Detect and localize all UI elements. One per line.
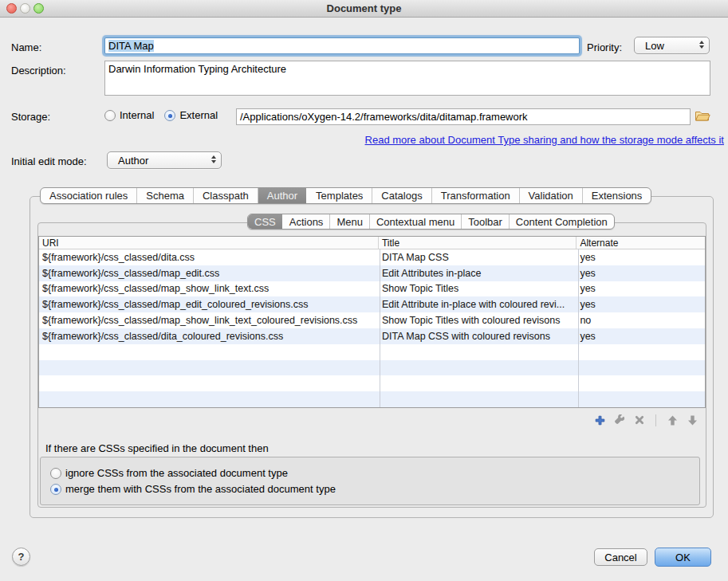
- radio-icon: [164, 110, 175, 121]
- priority-label: Priority:: [587, 41, 622, 53]
- table-row[interactable]: [39, 375, 705, 391]
- table-cell: ${framework}/css_classed/dita.css: [39, 249, 379, 265]
- table-cell: [576, 344, 705, 360]
- name-input[interactable]: DITA Map: [104, 37, 580, 54]
- table-cell: [379, 391, 576, 407]
- cancel-button[interactable]: Cancel: [594, 548, 647, 566]
- tab-catalogs[interactable]: Catalogs: [372, 188, 431, 203]
- storage-label: Storage:: [11, 111, 50, 123]
- storage-path-input[interactable]: /Applications/oXygen-14.2/frameworks/dit…: [236, 108, 691, 125]
- table-cell: ${framework}/css_classed/map_edit.css: [39, 265, 379, 281]
- initial-edit-mode-dropdown[interactable]: Author: [107, 151, 222, 169]
- tab-classpath[interactable]: Classpath: [193, 188, 258, 203]
- column-divider: [578, 249, 579, 407]
- priority-value: Low: [645, 40, 664, 52]
- author-sub-tab-bar: CSSActionsMenuContextual menuToolbarCont…: [247, 214, 615, 230]
- table-row[interactable]: [39, 391, 705, 407]
- table-cell: DITA Map CSS with coloured revisons: [379, 328, 576, 344]
- table-cell: Show Topic Titles: [379, 281, 576, 297]
- table-row[interactable]: ${framework}/css_classed/map_show_link_t…: [39, 281, 705, 297]
- radio-label: merge them with CSSs from the associated…: [65, 483, 336, 495]
- table-row[interactable]: [39, 344, 705, 360]
- browse-folder-button[interactable]: [694, 108, 711, 124]
- table-body: ${framework}/css_classed/dita.cssDITA Ma…: [39, 249, 705, 407]
- css-option-radio-ignore-csss-from-the-associated-document[interactable]: ignore CSSs from the associated document…: [50, 467, 699, 479]
- name-input-selected-text: DITA Map: [108, 40, 154, 52]
- storage-radio-internal[interactable]: Internal: [104, 109, 154, 121]
- tab-toolbar[interactable]: Toolbar: [461, 214, 509, 229]
- table-cell: ${framework}/css_classed/map_show_link_t…: [39, 281, 379, 297]
- plus-icon: [595, 415, 605, 426]
- add-css-button[interactable]: [594, 414, 605, 426]
- table-cell: [39, 375, 379, 391]
- column-header-uri[interactable]: URI: [39, 237, 379, 249]
- table-cell: DITA Map CSS: [379, 249, 576, 265]
- tab-schema[interactable]: Schema: [136, 188, 193, 203]
- table-cell: [39, 344, 379, 360]
- table-cell: [576, 360, 705, 376]
- tab-extensions[interactable]: Extensions: [582, 188, 651, 203]
- storage-radio-external[interactable]: External: [164, 109, 218, 121]
- read-more-link[interactable]: Read more about Document Type sharing an…: [365, 134, 724, 146]
- table-cell: [379, 344, 576, 360]
- table-cell: yes: [576, 265, 705, 281]
- css-table: URITitleAlternate ${framework}/css_class…: [38, 236, 706, 408]
- help-button[interactable]: ?: [12, 548, 30, 566]
- radio-label: Internal: [120, 109, 154, 121]
- tab-author[interactable]: Author: [258, 188, 306, 203]
- table-cell: yes: [576, 328, 705, 344]
- table-row[interactable]: ${framework}/css_classed/map_edit.cssEdi…: [39, 265, 705, 281]
- toolbar-separator: [655, 414, 656, 426]
- priority-dropdown[interactable]: Low: [634, 37, 710, 54]
- table-cell: ${framework}/css_classed/dita_coloured_r…: [39, 328, 379, 344]
- table-row[interactable]: ${framework}/css_classed/dita_coloured_r…: [39, 328, 705, 344]
- radio-icon: [104, 110, 116, 121]
- radio-icon: [50, 484, 61, 495]
- folder-icon: [695, 109, 710, 122]
- table-row[interactable]: ${framework}/css_classed/map_show_link_t…: [39, 312, 705, 328]
- tab-templates[interactable]: Templates: [306, 188, 372, 203]
- storage-radio-group: InternalExternal: [104, 109, 218, 121]
- table-row[interactable]: ${framework}/css_classed/dita.cssDITA Ma…: [39, 249, 705, 265]
- name-label: Name:: [11, 41, 41, 53]
- css-option-radio-merge-them-with-csss-from-the-associated[interactable]: merge them with CSSs from the associated…: [50, 483, 699, 495]
- wrench-icon: [614, 414, 625, 426]
- tab-transformation[interactable]: Transformation: [431, 188, 519, 203]
- tab-contextual-menu[interactable]: Contextual menu: [369, 214, 461, 229]
- table-cell: [576, 391, 705, 407]
- tab-css[interactable]: CSS: [248, 214, 282, 229]
- initial-edit-mode-value: Author: [118, 155, 148, 167]
- move-up-button[interactable]: [667, 414, 678, 426]
- column-header-alternate[interactable]: Alternate: [576, 237, 705, 249]
- arrow-down-icon: [687, 415, 698, 426]
- window-title: Document type: [0, 2, 728, 14]
- tab-actions[interactable]: Actions: [282, 214, 330, 229]
- description-label: Description:: [11, 65, 66, 77]
- table-cell: [39, 360, 379, 376]
- table-cell: yes: [576, 296, 705, 312]
- arrow-up-icon: [667, 415, 678, 426]
- description-input[interactable]: Darwin Information Typing Architecture: [104, 61, 710, 96]
- ok-button[interactable]: OK: [655, 548, 711, 567]
- delete-css-button[interactable]: [634, 414, 645, 426]
- table-cell: [379, 375, 576, 391]
- stepper-arrows-icon: [699, 41, 704, 49]
- column-header-title[interactable]: Title: [379, 237, 576, 249]
- move-down-button[interactable]: [687, 414, 698, 426]
- css-options-label: If there are CSSs specified in the docum…: [45, 442, 269, 454]
- table-row[interactable]: [39, 360, 705, 376]
- main-tab-bar: Association rulesSchemaClasspathAuthorTe…: [40, 187, 651, 204]
- radio-label: External: [179, 109, 218, 121]
- table-cell: Edit Attributes in-place: [379, 265, 576, 281]
- tab-validation[interactable]: Validation: [519, 188, 582, 203]
- edit-css-button[interactable]: [614, 414, 625, 426]
- table-cell: yes: [576, 249, 705, 265]
- table-cell: Show Topic Titles with coloured revisons: [379, 312, 576, 328]
- table-cell: ${framework}/css_classed/map_edit_colour…: [39, 296, 379, 312]
- tab-content-completion[interactable]: Content Completion: [509, 214, 614, 229]
- table-cell: no: [576, 312, 705, 328]
- radio-label: ignore CSSs from the associated document…: [65, 467, 288, 479]
- tab-menu[interactable]: Menu: [329, 214, 369, 229]
- tab-association-rules[interactable]: Association rules: [41, 188, 136, 203]
- table-row[interactable]: ${framework}/css_classed/map_edit_colour…: [39, 296, 705, 312]
